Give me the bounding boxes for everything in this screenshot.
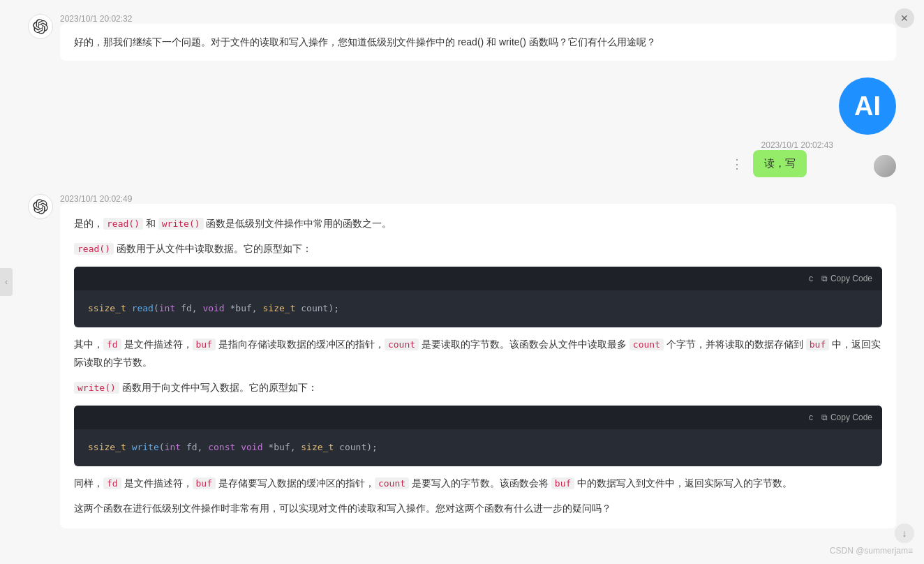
write-code-pre: ssize_t write(int fd, const void *buf, s…: [74, 429, 882, 466]
ai-avatar: [28, 14, 53, 39]
ai-intro-text: 是的，read() 和 write() 函数是低级别文件操作中常用的函数之一。: [74, 215, 882, 233]
write-explain-text: 同样，fd 是文件描述符，buf 是存储要写入数据的缓冲区的指针，count 是…: [74, 475, 882, 493]
watermark: CSDN @summerjam≡: [830, 546, 913, 556]
lang-label-write: c: [809, 410, 813, 425]
user-reply-section: AI 2023/10/1 20:02:43 ⋮ 读，写: [28, 77, 896, 177]
inline-code-read2: read(): [74, 243, 114, 255]
ai-response-avatar: [28, 194, 53, 219]
code-header-write: c ⧉ Copy Code: [74, 406, 882, 429]
inline-code-write: write(): [158, 218, 204, 230]
read-desc-text: read() 函数用于从文件中读取数据。它的原型如下：: [74, 240, 882, 258]
inline-code-buf2b: buf: [551, 477, 574, 489]
ai-response-timestamp: 2023/10/1 20:02:49: [60, 194, 896, 204]
write-desc-text: write() 函数用于向文件中写入数据。它的原型如下：: [74, 379, 882, 397]
write-code-block: c ⧉ Copy Code ssize_t write(int fd, cons…: [74, 406, 882, 466]
user-small-avatar: [874, 155, 896, 177]
message-options-button[interactable]: ⋮: [728, 156, 746, 172]
copy-code-read-button[interactable]: ⧉ Copy Code: [821, 274, 872, 283]
inline-code-fd1: fd: [103, 339, 121, 350]
user-reply-bubble: 读，写: [753, 150, 807, 177]
user-question-text: 好的，那我们继续下一个问题。对于文件的读取和写入操作，您知道低级别文件操作中的 …: [60, 24, 896, 61]
inline-code-count1b: count: [629, 339, 664, 350]
inline-code-read: read(): [103, 218, 143, 230]
bottom-icons-panel: ↓: [895, 524, 914, 543]
chevron-down-icon: ↓: [902, 528, 907, 539]
user-reply-timestamp: 2023/10/1 20:02:43: [761, 140, 833, 150]
user-question-timestamp: 2023/10/1 20:02:32: [60, 14, 896, 24]
user-message-block: 2023/10/1 20:02:32 好的，那我们继续下一个问题。对于文件的读取…: [28, 14, 896, 61]
code-header-read: c ⧉ Copy Code: [74, 267, 882, 290]
copy-icon-write: ⧉: [821, 413, 828, 422]
close-icon: ✕: [900, 13, 909, 24]
inline-code-buf1b: buf: [806, 339, 829, 350]
inline-code-count2: count: [375, 477, 409, 489]
user-large-avatar: AI: [839, 77, 896, 135]
copy-code-write-button[interactable]: ⧉ Copy Code: [821, 413, 872, 422]
chat-container: 2023/10/1 20:02:32 好的，那我们继续下一个问题。对于文件的读取…: [0, 0, 924, 564]
inline-code-fd2: fd: [103, 477, 121, 489]
copy-icon-read: ⧉: [821, 274, 828, 283]
read-code-block: c ⧉ Copy Code ssize_t read(int fd, void …: [74, 267, 882, 327]
scroll-to-bottom-button[interactable]: ↓: [895, 524, 914, 543]
inline-code-buf1: buf: [193, 339, 216, 350]
read-explain-text: 其中，fd 是文件描述符，buf 是指向存储读取数据的缓冲区的指针，count …: [74, 336, 882, 372]
inline-code-buf2: buf: [193, 477, 216, 489]
read-code-pre: ssize_t read(int fd, void *buf, size_t c…: [74, 290, 882, 327]
lang-label-read: c: [809, 271, 813, 286]
close-button[interactable]: ✕: [895, 8, 914, 28]
ai-response-block: 2023/10/1 20:02:49 是的，read() 和 write() 函…: [28, 194, 896, 528]
inline-code-write2: write(): [74, 382, 119, 394]
conclusion-text: 这两个函数在进行低级别文件操作时非常有用，可以实现对文件的读取和写入操作。您对这…: [74, 500, 882, 518]
ai-response-content: 是的，read() 和 write() 函数是低级别文件操作中常用的函数之一。 …: [60, 204, 896, 528]
inline-code-count1: count: [385, 339, 419, 350]
